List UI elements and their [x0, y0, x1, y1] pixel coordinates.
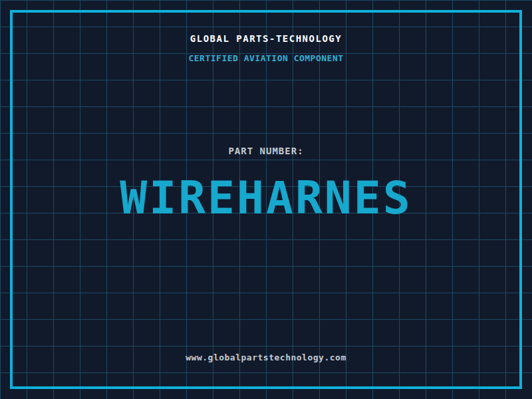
website-url: www.globalpartstechnology.com: [0, 353, 532, 362]
part-number-label: PART NUMBER:: [0, 146, 532, 156]
part-number-value: WIREHARNES: [0, 172, 532, 225]
certificate-screen: GLOBAL PARTS-TECHNOLOGY CERTIFIED AVIATI…: [0, 0, 532, 399]
company-title: GLOBAL PARTS-TECHNOLOGY: [0, 33, 532, 44]
certification-subtitle: CERTIFIED AVIATION COMPONENT: [0, 54, 532, 63]
